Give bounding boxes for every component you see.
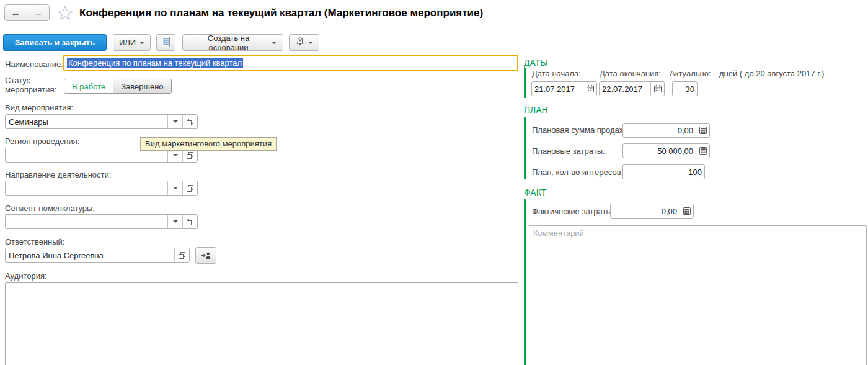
activity-value[interactable] [6, 181, 167, 195]
chevron-down-icon [173, 154, 178, 156]
actual-days-field [672, 81, 698, 96]
calculator-icon [699, 127, 707, 134]
calendar-icon [587, 85, 594, 92]
event-type-label: Вид мероприятия: [5, 103, 73, 112]
create-based-on-label: Создать на основании [189, 34, 268, 52]
end-date-calendar-button[interactable] [650, 82, 664, 96]
ili-menu-button[interactable]: ИЛИ [113, 34, 151, 51]
assign-me-button[interactable] [195, 247, 216, 264]
plan-sales-label: Плановая сумма продаж: [532, 125, 627, 135]
fact-costs-label: Фактические затраты: [532, 207, 614, 216]
forward-button[interactable]: → [27, 5, 49, 20]
actual-label: Актуально: [670, 69, 711, 78]
responsible-label: Ответственный: [5, 237, 64, 246]
status-label: Статус мероприятия: [5, 76, 60, 94]
open-link-icon [179, 252, 185, 259]
activity-dropdown-button[interactable] [167, 181, 182, 195]
event-type-combo: Семинары [5, 114, 198, 129]
plan-costs-calc-button[interactable] [696, 144, 709, 158]
calculator-icon [699, 147, 707, 155]
status-option-in-progress[interactable]: В работе [64, 79, 113, 93]
event-type-value[interactable]: Семинары [6, 115, 167, 128]
list-stack-icon [162, 37, 170, 49]
fact-costs-field [610, 204, 694, 219]
end-date-input[interactable] [600, 82, 650, 96]
plan-interests-input[interactable] [623, 165, 704, 179]
fact-costs-input[interactable] [611, 204, 680, 218]
start-date-field [531, 81, 597, 96]
history-nav: ← → [4, 4, 50, 21]
start-date-label: Дата начала: [532, 69, 581, 78]
person-arrow-icon [201, 251, 211, 259]
actual-days-suffix: дней ( до 20 августа 2017 г.) [719, 69, 824, 78]
favorite-star-icon[interactable] [57, 5, 73, 23]
activity-combo [5, 181, 198, 196]
segment-dropdown-button[interactable] [167, 215, 182, 228]
responsible-open-button[interactable] [174, 248, 189, 262]
fact-section-heading: ФАКТ [524, 187, 546, 197]
fact-costs-calc-button[interactable] [680, 204, 693, 218]
audience-textarea[interactable] [5, 282, 518, 365]
plan-sales-input[interactable] [623, 124, 696, 137]
plan-costs-field [622, 143, 710, 158]
status-option-finished[interactable]: Завершено [113, 79, 170, 93]
report-structure-button[interactable] [156, 34, 175, 51]
end-date-label: Дата окончания: [600, 69, 661, 78]
ili-label: ИЛИ [119, 38, 136, 47]
name-input[interactable]: Конференция по планам на текеущий кварта… [63, 55, 518, 71]
region-label: Регион проведения: [5, 137, 79, 146]
chevron-down-icon [308, 42, 313, 44]
save-and-close-button[interactable]: Записать и закрыть [3, 34, 107, 51]
activity-open-button[interactable] [182, 181, 197, 195]
event-form-window: ← → Конференция по планам на текеущий кв… [0, 0, 868, 365]
reminder-menu-button[interactable] [289, 34, 319, 51]
open-link-icon [187, 185, 193, 192]
page-title: Конференция по планам на текеущий кварта… [79, 7, 483, 19]
segment-label: Сегмент номенклатуры: [5, 204, 95, 213]
fact-section-bar [524, 199, 526, 365]
end-date-field [599, 81, 665, 96]
calendar-icon [654, 85, 662, 92]
audience-label: Аудитория: [5, 271, 47, 281]
forward-arrow-icon: → [33, 7, 43, 19]
segment-value[interactable] [6, 215, 167, 228]
name-label: Наименование: [5, 60, 63, 69]
status-toggle: В работе Завершено [64, 79, 172, 94]
event-type-tooltip: Вид маркетингового мероприятия [140, 137, 277, 151]
chevron-down-icon [140, 42, 144, 44]
plan-section-bar [524, 117, 526, 179]
open-link-icon [187, 219, 193, 225]
open-link-icon [187, 119, 193, 125]
back-button[interactable]: ← [5, 5, 27, 20]
segment-combo [5, 214, 198, 229]
comment-textarea[interactable] [529, 225, 867, 365]
start-date-input[interactable] [532, 82, 583, 96]
plan-sales-field [622, 123, 710, 138]
panel-splitter[interactable] [520, 55, 523, 365]
create-based-on-button[interactable]: Создать на основании [182, 34, 283, 51]
plan-section-heading: ПЛАН [524, 105, 548, 115]
chevron-down-icon [272, 42, 277, 44]
plan-sales-calc-button[interactable] [696, 124, 709, 137]
start-date-calendar-button[interactable] [583, 82, 596, 96]
segment-open-button[interactable] [182, 215, 197, 228]
plan-interests-label: План. кол-во интересов: [532, 168, 623, 177]
activity-label: Направление деятельности: [5, 170, 111, 179]
chevron-down-icon [173, 220, 178, 223]
responsible-value[interactable]: Петрова Инна Сергеевна [6, 248, 174, 262]
actual-days-input[interactable] [673, 82, 697, 96]
name-selected-text: Конференция по планам на текеущий кварта… [67, 58, 243, 68]
open-link-icon [187, 152, 193, 159]
save-and-close-label: Записать и закрыть [15, 38, 95, 47]
event-type-open-button[interactable] [182, 115, 197, 128]
dates-section-heading: ДАТЫ [524, 58, 548, 68]
calculator-icon [683, 207, 691, 215]
event-type-dropdown-button[interactable] [167, 115, 182, 128]
plan-interests-field [622, 164, 705, 179]
plan-costs-input[interactable] [623, 144, 696, 158]
bell-plus-icon [296, 37, 304, 48]
responsible-field: Петрова Инна Сергеевна [5, 248, 190, 263]
chevron-down-icon [173, 120, 178, 123]
back-arrow-icon: ← [11, 7, 21, 19]
plan-costs-label: Плановые затраты: [532, 146, 605, 156]
